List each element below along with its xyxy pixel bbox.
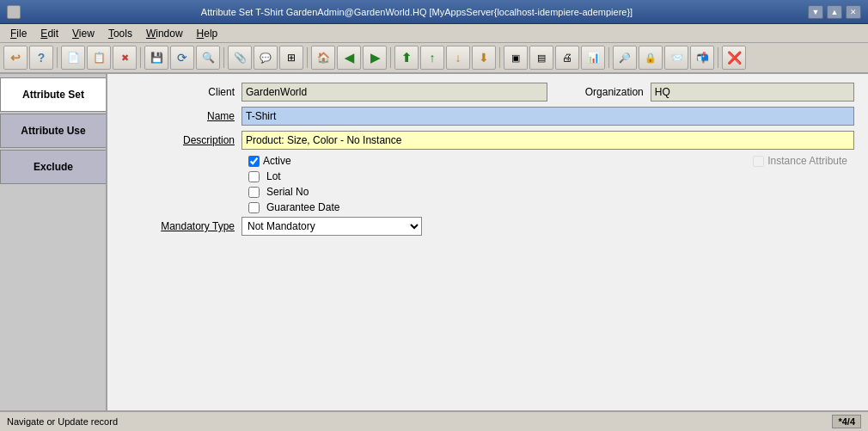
delete-button[interactable]: ✖ [113, 46, 137, 70]
report-button[interactable]: 📊 [581, 46, 605, 70]
mandatory-type-label: Mandatory Type [121, 220, 241, 232]
prev-tab-button[interactable]: ◀ [337, 46, 361, 70]
active-checkbox[interactable] [248, 156, 260, 167]
active-checkbox-group: Active [248, 155, 548, 167]
guarantee-date-label: Guarantee Date [266, 201, 339, 213]
sidebar-item-attribute-use[interactable]: Attribute Use [0, 114, 106, 148]
lot-checkbox[interactable] [248, 171, 260, 182]
client-org-row: Client Organization [121, 83, 854, 102]
new-button[interactable]: 📄 [61, 46, 85, 70]
description-field[interactable] [241, 131, 854, 150]
record-count: *4/4 [832, 415, 861, 428]
find-button[interactable]: 🔍 [196, 46, 220, 70]
detail-button[interactable]: ▣ [504, 46, 528, 70]
status-text: Navigate or Update record [7, 416, 118, 427]
chat-button[interactable]: 💬 [254, 46, 278, 70]
save-button[interactable]: 💾 [144, 46, 168, 70]
toolbar: ↩ ? 📄 📋 ✖ 💾 ⟳ 🔍 📎 💬 ⊞ 🏠 ◀ ▶ ⬆ ↑ ↓ ⬇ ▣ ▤ … [0, 43, 868, 74]
menu-edit[interactable]: Edit [34, 26, 65, 41]
instance-attribute-group: Instance Attribute [548, 155, 855, 167]
instance-attribute-checkbox[interactable] [753, 156, 764, 167]
instance-attribute-label: Instance Attribute [767, 155, 847, 167]
attach-button[interactable]: 📎 [228, 46, 252, 70]
name-label: Name [121, 110, 241, 122]
restore-button[interactable]: ▲ [827, 5, 842, 19]
active-instance-row: Active Instance Attribute [248, 155, 854, 167]
sidebar-item-exclude[interactable]: Exclude [0, 150, 106, 184]
home-button[interactable]: 🏠 [311, 46, 335, 70]
description-row: Description [121, 131, 854, 150]
next-tab-button[interactable]: ▶ [363, 46, 387, 70]
lot-row: Lot [248, 170, 854, 182]
client-field[interactable] [241, 83, 547, 102]
menu-bar: File Edit View Tools Window Help [0, 24, 868, 43]
mandatory-type-row: Mandatory Type Not Mandatory When Shippi… [121, 217, 854, 236]
description-label: Description [121, 134, 241, 146]
name-row: Name [121, 107, 854, 126]
menu-file[interactable]: File [3, 26, 34, 41]
down-button[interactable]: ↓ [446, 46, 470, 70]
mandatory-type-select[interactable]: Not Mandatory When Shipping Always [241, 217, 422, 236]
guarantee-date-checkbox[interactable] [248, 202, 260, 213]
serial-no-label: Serial No [266, 186, 309, 198]
content-panel: Client Organization Name Description [107, 74, 868, 410]
parent-button[interactable]: ▤ [529, 46, 553, 70]
status-bar: Navigate or Update record *4/4 [0, 410, 868, 431]
print-button[interactable]: 🖨 [555, 46, 579, 70]
menu-view[interactable]: View [65, 26, 101, 41]
grid-button[interactable]: ⊞ [279, 46, 303, 70]
menu-window[interactable]: Window [139, 26, 190, 41]
close-button[interactable]: ✕ [846, 5, 861, 19]
request-button[interactable]: 📬 [690, 46, 714, 70]
import-down-button[interactable]: ⬇ [472, 46, 496, 70]
lock-button[interactable]: 🔒 [639, 46, 663, 70]
client-label: Client [121, 86, 241, 98]
help-button[interactable]: ? [29, 46, 53, 70]
title-bar: Attribute Set T-Shirt GardenAdmin@Garden… [0, 0, 868, 24]
lot-label: Lot [266, 170, 281, 182]
sidebar: Attribute Set Attribute Use Exclude [0, 74, 107, 410]
refresh-button[interactable]: ⟳ [170, 46, 194, 70]
name-field[interactable] [241, 107, 854, 126]
main-area: Attribute Set Attribute Use Exclude Clie… [0, 74, 868, 410]
window-icon [7, 5, 21, 19]
menu-tools[interactable]: Tools [101, 26, 139, 41]
menu-help[interactable]: Help [190, 26, 225, 41]
up-button[interactable]: ↑ [420, 46, 444, 70]
close-window-button[interactable]: ❌ [722, 46, 746, 70]
zoom-button[interactable]: 🔎 [613, 46, 637, 70]
serial-no-row: Serial No [248, 186, 854, 198]
title-text: Attribute Set T-Shirt GardenAdmin@Garden… [26, 7, 808, 17]
organization-label: Organization [565, 86, 651, 98]
workflow-button[interactable]: 📨 [664, 46, 688, 70]
back-button[interactable]: ↩ [3, 46, 28, 70]
organization-field[interactable] [651, 83, 854, 102]
serial-no-checkbox[interactable] [248, 187, 260, 198]
guarantee-date-row: Guarantee Date [248, 201, 854, 213]
sidebar-item-attribute-set[interactable]: Attribute Set [0, 77, 106, 112]
window-controls: ▼ ▲ ✕ [808, 5, 861, 19]
export-up-button[interactable]: ⬆ [394, 46, 419, 70]
copy-button[interactable]: 📋 [87, 46, 111, 70]
minimize-button[interactable]: ▼ [808, 5, 823, 19]
active-label: Active [263, 155, 291, 167]
